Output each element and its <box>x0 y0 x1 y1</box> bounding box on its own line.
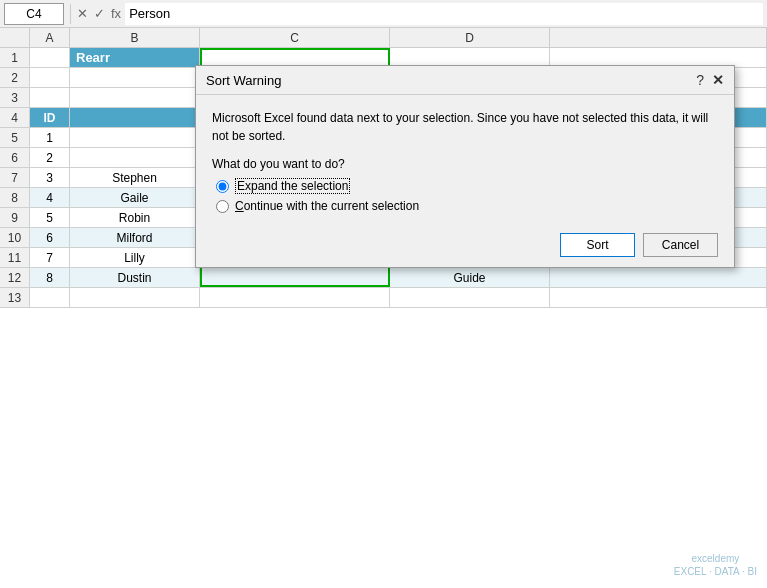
cell-b3[interactable] <box>70 88 200 107</box>
dialog-question: What do you want to do? <box>212 157 718 171</box>
formula-bar: C4 ✕ ✓ fx <box>0 0 767 28</box>
cell-b2[interactable] <box>70 68 200 87</box>
row-num-header <box>0 28 30 47</box>
table-row: 12 8 Dustin Guide <box>0 268 767 288</box>
formula-bar-divider <box>70 4 71 24</box>
cell-a10[interactable]: 6 <box>30 228 70 247</box>
formula-input[interactable] <box>125 3 763 25</box>
col-header-d[interactable]: D <box>390 28 550 47</box>
help-icon[interactable]: ? <box>696 72 704 88</box>
cell-a5[interactable]: 1 <box>30 128 70 147</box>
cell-a8[interactable]: 4 <box>30 188 70 207</box>
table-row: 13 <box>0 288 767 308</box>
cell-rest-12 <box>550 268 767 287</box>
watermark-line1: exceldemy <box>674 552 757 565</box>
cancel-button[interactable]: Cancel <box>643 233 718 257</box>
cell-c12[interactable] <box>200 268 390 287</box>
column-headers: A B C D <box>0 28 767 48</box>
dialog-buttons: Sort Cancel <box>212 229 718 257</box>
close-icon[interactable]: ✕ <box>712 72 724 88</box>
row-num-1: 1 <box>0 48 30 67</box>
cell-d13[interactable] <box>390 288 550 307</box>
formula-icons: ✕ ✓ fx <box>77 6 121 21</box>
radio-options: Expand the selection Continue with the c… <box>212 179 718 213</box>
cell-b5[interactable] <box>70 128 200 147</box>
cell-b7[interactable]: Stephen <box>70 168 200 187</box>
col-header-rest <box>550 28 767 47</box>
row-num-9: 9 <box>0 208 30 227</box>
cell-b6[interactable] <box>70 148 200 167</box>
cell-ref-value: C4 <box>26 7 41 21</box>
cell-b8[interactable]: Gaile <box>70 188 200 207</box>
cell-b4[interactable] <box>70 108 200 127</box>
cell-a1[interactable] <box>30 48 70 67</box>
radio-expand-selection[interactable] <box>216 180 229 193</box>
fx-icon[interactable]: fx <box>111 6 121 21</box>
radio-option-current[interactable]: Continue with the current selection <box>216 199 718 213</box>
col-header-b[interactable]: B <box>70 28 200 47</box>
confirm-icon[interactable]: ✓ <box>94 6 105 21</box>
cell-a11[interactable]: 7 <box>30 248 70 267</box>
row-num-10: 10 <box>0 228 30 247</box>
cell-a7[interactable]: 3 <box>30 168 70 187</box>
row-num-11: 11 <box>0 248 30 267</box>
row-num-5: 5 <box>0 128 30 147</box>
cell-b10[interactable]: Milford <box>70 228 200 247</box>
row-num-12: 12 <box>0 268 30 287</box>
cell-b11[interactable]: Lilly <box>70 248 200 267</box>
cell-a13[interactable] <box>30 288 70 307</box>
radio-current-selection[interactable] <box>216 200 229 213</box>
cell-rest-13 <box>550 288 767 307</box>
cell-b9[interactable]: Robin <box>70 208 200 227</box>
row-num-3: 3 <box>0 88 30 107</box>
cell-d12[interactable]: Guide <box>390 268 550 287</box>
radio-option-expand[interactable]: Expand the selection <box>216 179 718 193</box>
cell-c13[interactable] <box>200 288 390 307</box>
dialog-body: Microsoft Excel found data next to your … <box>196 95 734 267</box>
cancel-button-label: Cancel <box>662 238 699 252</box>
dialog-message: Microsoft Excel found data next to your … <box>212 109 718 145</box>
cell-a4[interactable]: ID <box>30 108 70 127</box>
radio-expand-label: Expand the selection <box>235 179 350 193</box>
cell-reference-box[interactable]: C4 <box>4 3 64 25</box>
cell-a3[interactable] <box>30 88 70 107</box>
dialog-title: Sort Warning <box>206 73 281 88</box>
cell-a2[interactable] <box>30 68 70 87</box>
col-header-c[interactable]: C <box>200 28 390 47</box>
cell-a12[interactable]: 8 <box>30 268 70 287</box>
sort-button[interactable]: Sort <box>560 233 635 257</box>
cancel-icon[interactable]: ✕ <box>77 6 88 21</box>
radio-current-label: Continue with the current selection <box>235 199 419 213</box>
row-num-8: 8 <box>0 188 30 207</box>
expand-selection-text: Expand the selection <box>235 178 350 194</box>
cell-a9[interactable]: 5 <box>30 208 70 227</box>
row-num-2: 2 <box>0 68 30 87</box>
cell-b13[interactable] <box>70 288 200 307</box>
row-num-4: 4 <box>0 108 30 127</box>
cell-b1[interactable]: Rearr <box>70 48 200 67</box>
row-num-7: 7 <box>0 168 30 187</box>
sort-warning-dialog: Sort Warning ? ✕ Microsoft Excel found d… <box>195 65 735 268</box>
row-num-6: 6 <box>0 148 30 167</box>
cell-b12[interactable]: Dustin <box>70 268 200 287</box>
sort-button-label: Sort <box>586 238 608 252</box>
row-num-13: 13 <box>0 288 30 307</box>
watermark-line2: EXCEL · DATA · BI <box>674 565 757 578</box>
dialog-titlebar: Sort Warning ? ✕ <box>196 66 734 95</box>
cell-a6[interactable]: 2 <box>30 148 70 167</box>
dialog-controls: ? ✕ <box>696 72 724 88</box>
watermark: exceldemy EXCEL · DATA · BI <box>674 552 757 578</box>
col-header-a[interactable]: A <box>30 28 70 47</box>
